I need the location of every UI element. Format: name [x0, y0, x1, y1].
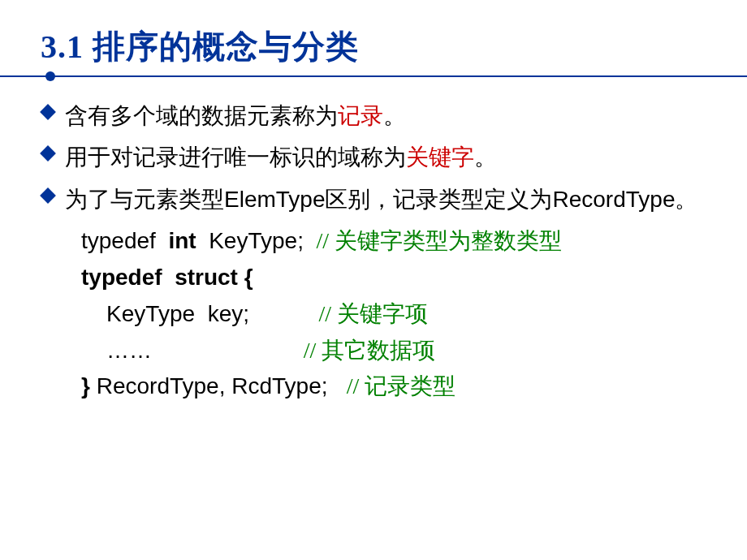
bullet-text: 含有多个域的数据元素称为记录。	[65, 98, 406, 133]
code-keyword: int	[168, 228, 196, 253]
code-text: KeyType key;	[81, 301, 319, 326]
text-segment: 。	[383, 103, 406, 128]
code-line: } RecordType, RcdType; // 记录类型	[81, 368, 706, 405]
text-segment: 为了与元素类型ElemType区别，记录类型定义为RecordType。	[65, 187, 697, 212]
bullet-item: 含有多个域的数据元素称为记录。	[41, 98, 706, 133]
code-line: typedef int KeyType; // 关键字类型为整数类型	[81, 223, 706, 260]
content-area: 含有多个域的数据元素称为记录。 用于对记录进行唯一标识的域称为关键字。 为了与元…	[41, 98, 706, 405]
code-text: typedef	[81, 228, 168, 253]
slide: 3.1 排序的概念与分类 含有多个域的数据元素称为记录。 用于对记录进行唯一标识…	[0, 0, 747, 560]
bullet-item: 用于对记录进行唯一标识的域称为关键字。	[41, 140, 706, 174]
diamond-bullet-icon	[41, 140, 65, 159]
title-dot-icon	[45, 71, 55, 81]
bullet-item: 为了与元素类型ElemType区别，记录类型定义为RecordType。	[41, 182, 706, 217]
code-text: ……	[81, 338, 304, 363]
code-text: KeyType;	[196, 228, 317, 253]
slide-title: 3.1 排序的概念与分类	[41, 24, 706, 69]
diamond-bullet-icon	[41, 98, 65, 118]
highlight-term: 关键字	[406, 144, 474, 170]
code-line: …… // 其它数据项	[81, 333, 706, 369]
bullet-text: 为了与元素类型ElemType区别，记录类型定义为RecordType。	[65, 182, 697, 217]
text-segment: 含有多个域的数据元素称为	[65, 103, 338, 128]
code-line: typedef struct {	[81, 260, 706, 296]
title-wrap: 3.1 排序的概念与分类	[41, 24, 706, 69]
bullet-text: 用于对记录进行唯一标识的域称为关键字。	[65, 140, 497, 174]
text-segment: 用于对记录进行唯一标识的域称为	[65, 144, 406, 170]
code-comment: // 其它数据项	[304, 338, 436, 363]
code-line: KeyType key; // 关键字项	[81, 296, 706, 333]
code-comment: // 关键字类型为整数类型	[316, 228, 562, 253]
code-comment: // 记录类型	[347, 373, 456, 398]
title-underline	[0, 75, 747, 77]
code-comment: // 关键字项	[319, 301, 429, 326]
code-text: RecordType, RcdType;	[97, 373, 347, 398]
code-text: }	[81, 373, 97, 398]
code-block: typedef int KeyType; // 关键字类型为整数类型 typed…	[81, 223, 706, 405]
highlight-term: 记录	[338, 103, 383, 128]
diamond-bullet-icon	[41, 182, 65, 201]
text-segment: 。	[474, 144, 497, 170]
